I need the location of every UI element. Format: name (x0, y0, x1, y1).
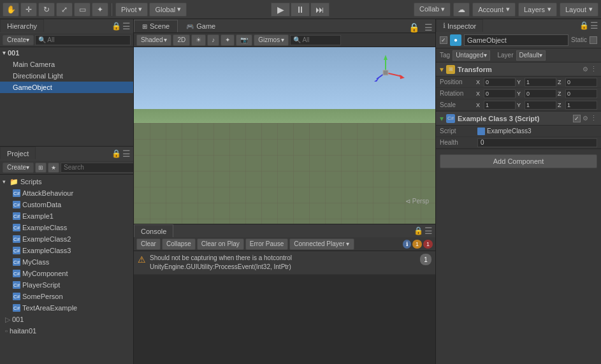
transform-component-header[interactable]: ▾ ⊞ Transform ⚙ ⋮ (436, 62, 601, 76)
rotate-tool-button[interactable]: ↻ (38, 3, 55, 17)
console-lock-icon[interactable]: 🔒 (414, 226, 423, 235)
project-item-someperson[interactable]: C# SomePerson (0, 291, 133, 302)
project-item-001[interactable]: ▷ 001 (0, 314, 133, 325)
error-pause-button[interactable]: Error Pause (245, 238, 288, 250)
console-tab[interactable]: Console (134, 224, 173, 237)
transform-more-icon[interactable]: ⋮ (590, 65, 597, 73)
project-item-attackbehaviour[interactable]: C# AttackBehaviour (0, 187, 133, 199)
project-create-button[interactable]: Create ▾ (3, 163, 34, 173)
scene-camera-toggle[interactable]: 📷 (236, 34, 252, 46)
step-button[interactable]: ⏭ (310, 3, 329, 17)
static-checkbox[interactable] (590, 36, 597, 44)
play-button[interactable]: ▶ (271, 3, 290, 17)
collab-button[interactable]: Collab ▾ (414, 3, 451, 17)
scale-y-input[interactable] (525, 101, 556, 110)
hierarchy-tab[interactable]: Hierarchy (0, 19, 44, 32)
shading-dropdown[interactable]: Shaded ▾ (136, 34, 171, 46)
move-tool-button[interactable]: ✛ (20, 3, 37, 17)
project-item-haitan01[interactable]: ▫ haitan01 (0, 325, 133, 337)
hierarchy-search-input[interactable] (35, 35, 131, 45)
project-item-mycomponent[interactable]: C# MyComponent (0, 268, 133, 279)
center-menu-icon[interactable]: ☰ (422, 22, 435, 33)
rotation-x-input[interactable] (484, 89, 516, 98)
health-field-input[interactable] (477, 138, 597, 147)
account-button[interactable]: Account ▾ (472, 3, 516, 17)
hierarchy-item-gameobject[interactable]: GameObject (0, 82, 133, 93)
scene-search-input[interactable] (290, 35, 341, 45)
project-tab[interactable]: Project (0, 147, 36, 159)
game-tab[interactable]: 🎮 Game (178, 20, 224, 33)
clear-button[interactable]: Clear (136, 238, 161, 250)
clear-on-play-button[interactable]: Clear on Play (197, 238, 244, 250)
project-menu-icon[interactable]: ☰ (122, 149, 131, 159)
center-lock-icon[interactable]: 🔒 (406, 22, 422, 33)
rect-tool-button[interactable]: ▭ (74, 3, 91, 17)
position-x-input[interactable] (484, 78, 516, 87)
fx-toggle[interactable]: ✦ (221, 34, 235, 46)
hierarchy-item-main-camera[interactable]: Main Camera (0, 59, 133, 70)
script-field-value: ExampleClass3 (477, 127, 597, 135)
project-star-button[interactable]: ★ (48, 163, 59, 173)
lighting-toggle[interactable]: ☀ (191, 34, 206, 46)
project-item-playerscript[interactable]: C# PlayerScript (0, 279, 133, 291)
layout-button[interactable]: Layout ▾ (560, 3, 598, 17)
hand-tool-button[interactable]: ✋ (3, 3, 19, 17)
project-scripts-folder[interactable]: ▾ 📁 Scripts (0, 176, 133, 187)
position-z-input[interactable] (565, 78, 597, 87)
gameobject-name-input[interactable] (464, 34, 568, 46)
script-settings-icon[interactable]: ⚙ (583, 115, 588, 122)
scene-root-item[interactable]: ▾ 001 (0, 47, 133, 59)
script-more-icon[interactable]: ⋮ (590, 114, 597, 122)
pause-button[interactable]: ⏸ (291, 3, 310, 17)
2d-button[interactable]: 2D (173, 34, 190, 46)
rotation-z-input[interactable] (565, 89, 597, 98)
console-entry-0[interactable]: ⚠ Should not be capturing when there is … (134, 251, 435, 275)
scale-z-input[interactable] (565, 101, 597, 110)
inspector-lock-icon[interactable]: 🔒 (579, 21, 589, 30)
hierarchy-create-button[interactable]: Create ▾ (3, 35, 34, 45)
gameobject-active-checkbox[interactable]: ✓ (440, 36, 447, 44)
rotation-y-input[interactable] (525, 89, 556, 98)
script-component-header[interactable]: ▾ C# Example Class 3 (Script) ✓ ⚙ ⋮ (436, 112, 601, 126)
project-item-customdata[interactable]: C# CustomData (0, 199, 133, 210)
transform-settings-icon[interactable]: ⚙ (583, 66, 588, 73)
hierarchy-lock-icon[interactable]: 🔒 (112, 22, 121, 31)
script-collapse-arrow: ▾ (440, 114, 444, 123)
layer-dropdown[interactable]: Default ▾ (516, 50, 546, 61)
project-item-exampleclass3[interactable]: C# ExampleClass3 (0, 245, 133, 256)
script-active-checkbox[interactable]: ✓ (573, 115, 581, 122)
cloud-button[interactable]: ☁ (453, 3, 470, 17)
project-item-exampleclass[interactable]: C# ExampleClass (0, 222, 133, 233)
console-tabs: Console 🔒 ☰ (134, 224, 435, 237)
scene-tab[interactable]: ⊞ Scene (134, 20, 178, 33)
connected-player-button[interactable]: Connected Player ▾ (289, 238, 354, 250)
project-item-textareaexample[interactable]: C# TextAreaExample (0, 302, 133, 314)
project-item-example1[interactable]: C# Example1 (0, 210, 133, 222)
project-view-toggle[interactable]: ⊞ (35, 163, 47, 173)
scene-viewport[interactable]: ⊲ Persp (134, 47, 435, 224)
inspector-tab[interactable]: ℹ Inspector (436, 19, 483, 32)
project-item-myclass[interactable]: C# MyClass (0, 256, 133, 268)
audio-toggle[interactable]: ♪ (207, 34, 219, 46)
gizmos-dropdown[interactable]: Gizmos ▾ (254, 34, 289, 46)
scale-x-input[interactable] (484, 101, 516, 110)
hierarchy-menu-icon[interactable]: ☰ (122, 21, 131, 31)
inspector-menu-icon[interactable]: ☰ (590, 20, 598, 31)
project-search-input[interactable] (61, 163, 133, 173)
hierarchy-item-directional-light[interactable]: Directional Light (0, 70, 133, 82)
pivot-button[interactable]: Pivot ▾ (115, 3, 148, 17)
transform-tool-button[interactable]: ✦ (92, 3, 108, 17)
position-y-input[interactable] (525, 78, 556, 87)
tag-dropdown[interactable]: Untagged ▾ (453, 50, 489, 61)
console-toolbar: Clear Collapse Clear on Play Error Pause… (134, 237, 435, 251)
global-button[interactable]: Global ▾ (149, 3, 187, 17)
collapse-button[interactable]: Collapse (162, 238, 196, 250)
console-menu-icon[interactable]: ☰ (424, 226, 433, 236)
hierarchy-list: ▾ 001 Main Camera Directional Light Game… (0, 47, 133, 146)
project-lock-icon[interactable]: 🔒 (112, 149, 121, 158)
project-item-exampleclass2[interactable]: C# ExampleClass2 (0, 233, 133, 245)
scale-tool-button[interactable]: ⤢ (56, 3, 73, 17)
add-component-button[interactable]: Add Component (440, 154, 597, 168)
layers-button[interactable]: Layers ▾ (518, 3, 557, 17)
transform-gizmo (365, 52, 407, 95)
